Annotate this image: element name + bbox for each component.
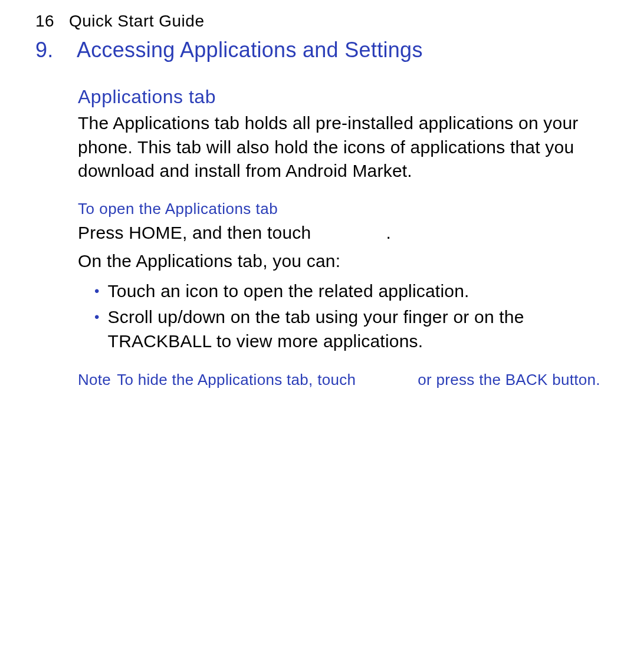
bullet-icon: •: [94, 305, 100, 330]
section-heading: 9. Accessing Applications and Settings: [35, 38, 602, 62]
note-text: To hide the Applications tab, touch or p…: [117, 370, 600, 390]
note-label: Note: [78, 370, 111, 390]
bullet-icon: •: [94, 279, 100, 304]
instruction-heading: To open the Applications tab: [78, 200, 602, 218]
list-item: • Scroll up/down on the tab using your f…: [94, 305, 602, 353]
list-item: • Touch an icon to open the related appl…: [94, 279, 602, 304]
section-title: Accessing Applications and Settings: [77, 38, 423, 62]
doc-title: Quick Start Guide: [69, 12, 204, 30]
subsection-heading: Applications tab: [78, 86, 602, 108]
instruction-line-1-pre: Press HOME, and then touch: [78, 223, 311, 242]
bullet-list: • Touch an icon to open the related appl…: [94, 279, 602, 354]
page-number: 16: [35, 12, 54, 30]
note-block: Note To hide the Applications tab, touch…: [78, 370, 602, 390]
note-text-post: or press the BACK button.: [418, 371, 600, 388]
list-item-text: Scroll up/down on the tab using your fin…: [108, 305, 602, 353]
subsection-body: The Applications tab holds all pre-insta…: [78, 111, 602, 183]
note-text-pre: To hide the Applications tab, touch: [117, 371, 356, 388]
instruction-line-1-post: .: [386, 223, 391, 242]
list-item-text: Touch an icon to open the related applic…: [108, 279, 469, 304]
section-number: 9.: [35, 38, 54, 62]
page-header: 16 Quick Start Guide: [35, 12, 602, 31]
instruction-line-2: On the Applications tab, you can:: [78, 251, 602, 271]
instruction-line-1: Press HOME, and then touch .: [78, 223, 602, 243]
